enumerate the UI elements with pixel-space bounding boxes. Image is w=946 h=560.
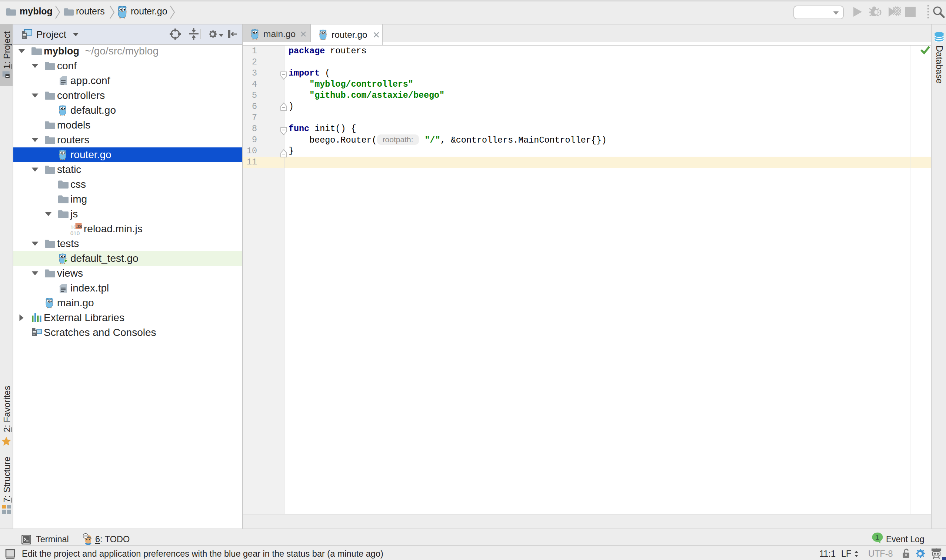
svg-text:JS: JS: [76, 224, 82, 229]
svg-text:1: 1: [875, 534, 879, 541]
svg-text:010: 010: [71, 230, 80, 236]
